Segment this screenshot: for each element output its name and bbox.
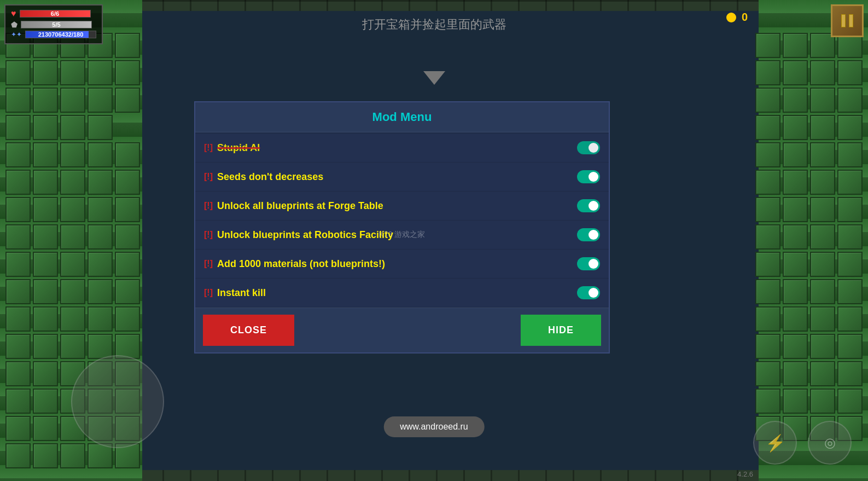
wall-block [5, 306, 31, 332]
wall-block [60, 115, 85, 140]
wall-block [33, 197, 58, 222]
wall-block [783, 60, 808, 85]
hud-panel: ♥ 6/6 ⬟ 5/5 ✦✦ 2130706432/180 [4, 4, 103, 44]
wall-block [88, 142, 113, 167]
target-icon: ◎ [824, 435, 836, 450]
item-prefix: [!] [204, 143, 213, 153]
wall-block [33, 224, 58, 250]
item-left: [!] Stupid AI [204, 142, 260, 154]
wall-block [33, 334, 58, 359]
wall-block [783, 115, 808, 140]
wall-block [810, 279, 835, 304]
mod-menu-panel: Mod Menu [!] Stupid AI [!] Seeds don't d… [194, 101, 610, 353]
wall-block [115, 279, 140, 304]
wall-block [755, 224, 780, 250]
wall-block [88, 306, 113, 332]
wall-block [5, 224, 31, 250]
coin-count: 0 [742, 11, 748, 24]
wall-block [810, 142, 835, 167]
toggle-materials[interactable] [577, 257, 600, 270]
item-left: [!] Unlock blueprints at Robotics Facili… [204, 229, 393, 241]
mod-menu-item-instant-kill: [!] Instant kill [195, 279, 609, 308]
wall-block [810, 389, 835, 414]
wall-block [33, 170, 58, 195]
wall-block [837, 306, 863, 332]
mod-menu-item-materials: [!] Add 1000 materials (not blueprints!) [195, 250, 609, 279]
item-left: [!] Unlock all blueprints at Forge Table [204, 200, 383, 212]
toggle-seeds[interactable] [577, 170, 600, 183]
wall-block [783, 170, 808, 195]
wall-block [33, 443, 58, 468]
wall-block [88, 197, 113, 222]
wall-block [60, 142, 85, 167]
wall-block [837, 361, 863, 386]
wall-block [33, 60, 58, 85]
item-label-seeds: Seeds don't decreases [217, 171, 323, 183]
wall-block [783, 389, 808, 414]
wall-block [837, 170, 863, 195]
arrow-indicator [423, 71, 445, 85]
wall-block [810, 224, 835, 250]
target-button[interactable]: ◎ [808, 421, 852, 465]
wall-block [755, 279, 780, 304]
wall-block [115, 142, 140, 167]
pause-bar-left [841, 14, 846, 27]
wall-block [837, 252, 863, 277]
wall-block [33, 389, 58, 414]
close-button[interactable]: CLOSE [203, 315, 294, 346]
wall-block [810, 252, 835, 277]
pause-button[interactable] [831, 4, 864, 37]
wall-block [810, 170, 835, 195]
wall-block [837, 60, 863, 85]
wall-block [5, 279, 31, 304]
item-left: [!] Seeds don't decreases [204, 171, 323, 183]
wall-block [783, 361, 808, 386]
wall-block [783, 306, 808, 332]
wall-block [5, 361, 31, 386]
wall-block [810, 60, 835, 85]
wall-block [88, 279, 113, 304]
toggle-instant-kill[interactable] [577, 286, 600, 299]
wall-block [88, 60, 113, 85]
mod-menu-title: Mod Menu [372, 110, 432, 124]
wall-block [837, 389, 863, 414]
wall-block [115, 88, 140, 113]
wall-block [755, 88, 780, 113]
wall-block [60, 306, 85, 332]
wall-block [88, 252, 113, 277]
item-prefix: [!] [204, 288, 213, 298]
pause-icon [841, 14, 853, 27]
item-label-instant-kill: Instant kill [217, 287, 266, 299]
wall-block [5, 334, 31, 359]
lightning-button[interactable]: ⚡ [753, 421, 797, 465]
toggle-robotics[interactable] [577, 228, 600, 241]
wall-block [115, 306, 140, 332]
toggle-forge[interactable] [577, 199, 600, 212]
wall-block [755, 389, 780, 414]
heart-icon: ♥ [11, 9, 16, 19]
wall-block [837, 197, 863, 222]
mod-menu-header: Mod Menu [195, 102, 609, 132]
wall-block [33, 361, 58, 386]
wall-block [33, 306, 58, 332]
wall-block [837, 88, 863, 113]
wall-block [115, 224, 140, 250]
xp-row: ✦✦ 2130706432/180 [11, 31, 96, 38]
lightning-icon: ⚡ [765, 433, 785, 453]
hide-button[interactable]: HIDE [521, 315, 601, 346]
item-left: [!] Instant kill [204, 287, 266, 299]
wall-block [755, 170, 780, 195]
item-label-materials: Add 1000 materials (not blueprints!) [217, 258, 385, 270]
item-prefix: [!] [204, 172, 213, 182]
dpad-control[interactable] [71, 355, 164, 448]
health-row: ♥ 6/6 [11, 9, 96, 19]
wall-block [115, 252, 140, 277]
wall-block [33, 279, 58, 304]
wall-block [810, 334, 835, 359]
toggle-stupid-ai[interactable] [577, 141, 600, 154]
wall-block [88, 115, 113, 140]
wall-block [783, 142, 808, 167]
item-label-robotics: Unlock blueprints at Robotics Facility [217, 229, 393, 241]
wall-block [60, 252, 85, 277]
health-bar: 6/6 [20, 10, 91, 18]
